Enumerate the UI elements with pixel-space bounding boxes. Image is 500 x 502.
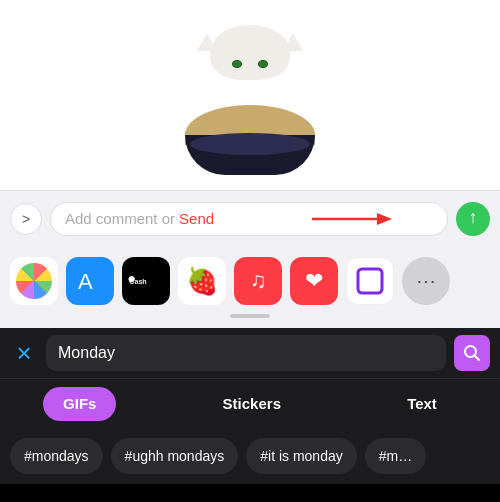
hashtag-pill-it-is-monday[interactable]: #it is monday [246, 438, 356, 474]
appstore-icon: A [74, 265, 106, 297]
search-button[interactable] [454, 335, 490, 371]
search-icon [463, 344, 481, 362]
red-arrow [312, 209, 392, 229]
tab-text[interactable]: Text [387, 387, 457, 421]
cash-icon: Cash [128, 271, 164, 291]
cat-eyes [232, 60, 268, 68]
gif-search-bar: × [0, 328, 500, 378]
tab-stickers[interactable]: Stickers [203, 387, 301, 421]
chevron-button[interactable]: > [10, 203, 42, 235]
tab-gifs-label: GIFs [63, 395, 96, 412]
hashtag-pill-mondays[interactable]: #mondays [10, 438, 103, 474]
bowl [185, 105, 315, 175]
svg-line-8 [475, 356, 480, 361]
send-button[interactable]: ↑ [456, 202, 490, 236]
app-icon-emoji[interactable]: 🍓 [178, 257, 226, 305]
hashtag-pill-more[interactable]: #m… [365, 438, 426, 474]
cat-ear-right [283, 33, 303, 51]
app-icons-row: A Cash 🍓 ♫ ❤ ⋯ [0, 246, 500, 316]
app-icon-more[interactable]: ⋯ [402, 257, 450, 305]
hashtag-it-is-monday-label: #it is monday [260, 448, 342, 464]
placeholder-text: Add comment or [65, 210, 175, 227]
music-icon: ♫ [250, 268, 267, 294]
emoji-icon: 🍓 [186, 266, 218, 297]
photos-icon [16, 263, 52, 299]
search-input-container[interactable] [46, 335, 446, 371]
cat-eye-right [258, 60, 268, 68]
scroll-indicator [230, 314, 270, 318]
tab-gifs[interactable]: GIFs [43, 387, 116, 421]
app-icon-canva[interactable] [346, 257, 394, 305]
hashtag-row: #mondays #ughh mondays #it is monday #m… [0, 428, 500, 484]
hashtag-ughh-label: #ughh mondays [125, 448, 225, 464]
close-icon: × [16, 338, 31, 369]
svg-text:A: A [78, 269, 93, 294]
fitness-icon: ❤ [305, 268, 323, 294]
more-icon: ⋯ [416, 269, 436, 293]
cat-ear-left [197, 33, 217, 51]
search-input[interactable] [58, 344, 434, 362]
scroll-indicator-container [0, 316, 500, 328]
tab-stickers-label: Stickers [223, 395, 281, 412]
close-button[interactable]: × [10, 339, 38, 367]
send-link-text[interactable]: Send [179, 210, 214, 227]
hashtag-mondays-label: #mondays [24, 448, 89, 464]
comment-input-area[interactable]: Add comment or Send [50, 202, 448, 236]
message-area [0, 0, 500, 190]
cat-eye-left [232, 60, 242, 68]
hashtag-pill-ughh[interactable]: #ughh mondays [111, 438, 239, 474]
app-icon-fitness[interactable]: ❤ [290, 257, 338, 305]
content-tabs: GIFs Stickers Text [0, 378, 500, 428]
svg-marker-1 [377, 213, 392, 225]
hashtag-more-label: #m… [379, 448, 412, 464]
send-icon: ↑ [469, 207, 478, 228]
cat-head [210, 25, 290, 80]
input-bar: > Add comment or Send ↑ [0, 190, 500, 246]
canva-icon [354, 265, 386, 297]
sticker-container [170, 10, 330, 180]
bowl-rim [190, 133, 310, 155]
cat-sticker [175, 15, 325, 175]
tab-text-label: Text [407, 395, 437, 412]
chevron-icon: > [22, 211, 30, 227]
app-icon-cash[interactable]: Cash [122, 257, 170, 305]
app-icon-photos[interactable] [10, 257, 58, 305]
app-icon-music[interactable]: ♫ [234, 257, 282, 305]
app-icon-appstore[interactable]: A [66, 257, 114, 305]
